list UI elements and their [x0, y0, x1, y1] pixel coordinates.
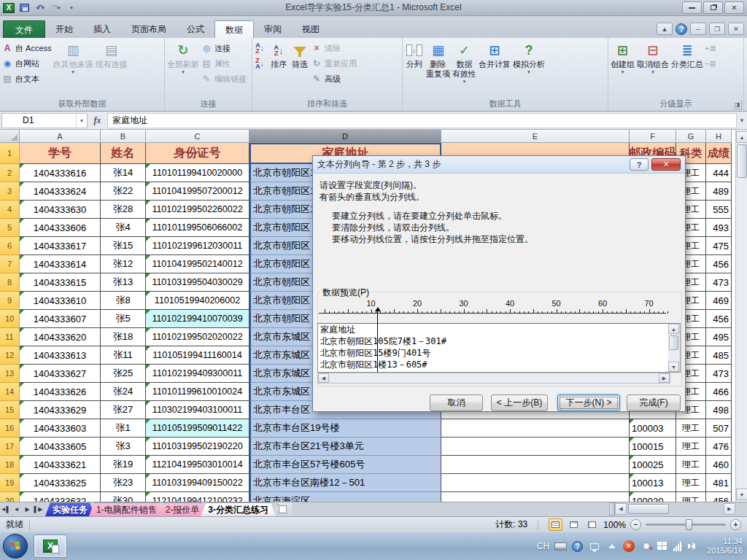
zoom-out-button[interactable]: − — [630, 519, 641, 530]
cell-A18[interactable]: 1404333621 — [20, 456, 101, 474]
ribbon-button-筛选[interactable]: 筛选 — [290, 39, 310, 71]
cell-B10[interactable]: 张5 — [101, 310, 146, 328]
cell-H12[interactable]: 485 — [706, 346, 732, 365]
formula-input[interactable]: 家庭地址 — [108, 113, 737, 128]
restore-button[interactable] — [703, 1, 723, 14]
dialog-help-icon[interactable]: ? — [630, 158, 649, 171]
select-all-corner[interactable] — [0, 130, 20, 143]
cell-A15[interactable]: 1404333629 — [20, 401, 101, 419]
show-detail-icon[interactable]: +≣ — [705, 42, 716, 55]
cell-A12[interactable]: 1404333613 — [20, 346, 101, 365]
preview-vertical-scrollbar[interactable]: ▲ ▼ — [668, 323, 681, 373]
row-header-9[interactable]: 9 — [0, 292, 20, 310]
cell-D18[interactable]: 北京市丰台区57号楼605号 — [249, 456, 441, 474]
dialog-button-取消[interactable]: 取消 — [430, 394, 483, 411]
zoom-in-button[interactable]: + — [730, 519, 741, 530]
cell-C7[interactable]: 110104199502140012 — [146, 255, 249, 273]
security-alert-icon[interactable]: ✕ — [623, 540, 635, 552]
cell-G20[interactable]: 理工 — [676, 492, 706, 502]
horizontal-scrollbar[interactable]: ◀ ▶ — [615, 502, 735, 516]
cell-C19[interactable]: 110103199409150022 — [146, 474, 249, 492]
cell-H19[interactable]: 481 — [706, 474, 732, 492]
cell-B15[interactable]: 张27 — [101, 401, 146, 419]
dialog-button-上一步B[interactable]: < 上一步(B) — [491, 394, 548, 411]
cell-A8[interactable]: 1404333615 — [20, 273, 101, 292]
cell-C20[interactable]: 112104199412100232 — [146, 492, 249, 502]
cell-B12[interactable]: 张11 — [101, 346, 146, 365]
cell-B16[interactable]: 张1 — [101, 419, 146, 438]
hide-detail-icon[interactable]: −≣ — [705, 57, 716, 70]
cell-C6[interactable]: 110102199612030011 — [146, 237, 249, 255]
ribbon-button-排序[interactable]: AZ↓排序 — [268, 39, 289, 71]
ribbon-button-分类汇总[interactable]: ≣分类汇总 — [670, 39, 704, 71]
page-break-view-button[interactable] — [585, 518, 599, 531]
row-header-17[interactable]: 17 — [0, 438, 20, 456]
cell-C18[interactable]: 112104199503010014 — [146, 456, 249, 474]
cell-A9[interactable]: 1404333610 — [20, 292, 101, 310]
cell-A20[interactable]: 1404333632 — [20, 492, 101, 502]
col-header-A[interactable]: A — [20, 130, 101, 143]
zoom-slider[interactable] — [646, 524, 726, 526]
cell-F20[interactable]: 100020 — [630, 492, 676, 502]
row-header-2[interactable]: 2 — [0, 164, 20, 182]
cell-E18[interactable] — [441, 456, 630, 474]
cell-A4[interactable]: 1404333630 — [20, 201, 101, 219]
volume-icon[interactable] — [686, 541, 699, 552]
cell-H14[interactable]: 466 — [706, 383, 732, 401]
cell-H5[interactable]: 493 — [706, 219, 732, 237]
ribbon-tab-公式[interactable]: 公式 — [177, 20, 214, 38]
ribbon-button-自网站[interactable]: ◉自网站 — [1, 57, 52, 70]
ribbon-tab-数据[interactable]: 数据 — [214, 20, 254, 38]
row-header-18[interactable]: 18 — [0, 456, 20, 474]
ribbon-button-自 Access[interactable]: A自 Access — [1, 42, 52, 55]
dialog-launcher-icon[interactable]: ◨ — [733, 101, 742, 109]
ribbon-button-连接[interactable]: ◎连接 — [201, 42, 247, 55]
cell-A16[interactable]: 1404333603 — [20, 419, 101, 438]
ribbon-button-模拟分析[interactable]: ?模拟分析▾ — [512, 39, 546, 77]
cell-C5[interactable]: 110101199506066002 — [146, 219, 249, 237]
zoom-slider-thumb[interactable] — [686, 519, 692, 530]
cell-B17[interactable]: 张3 — [101, 438, 146, 456]
cell-H15[interactable]: 498 — [706, 401, 732, 419]
scroll-down-icon[interactable]: ▼ — [736, 489, 747, 500]
cell-A17[interactable]: 1404333605 — [20, 438, 101, 456]
normal-view-button[interactable] — [549, 518, 562, 531]
ribbon-tab-文件[interactable]: 文件 — [3, 20, 45, 38]
language-indicator[interactable]: CH — [537, 541, 549, 551]
cell-A1[interactable]: 学号 — [20, 143, 101, 164]
row-header-10[interactable]: 10 — [0, 310, 20, 328]
page-layout-view-button[interactable] — [567, 518, 581, 531]
scroll-up-icon[interactable]: ▲ — [736, 131, 747, 143]
cell-H1[interactable]: 成绩 — [706, 143, 732, 164]
cell-E17[interactable] — [441, 438, 630, 456]
excel-taskbar-button[interactable]: X — [34, 534, 67, 558]
preview-scroll-left-icon[interactable]: ◀ — [318, 373, 329, 383]
row-header-14[interactable]: 14 — [0, 383, 20, 401]
tray-help-icon[interactable]: ? — [572, 541, 583, 552]
ribbon-button-自文本[interactable]: ▤自文本 — [1, 72, 52, 85]
cell-C3[interactable]: 110104199507200012 — [146, 182, 249, 201]
cell-G16[interactable]: 理工 — [676, 419, 706, 438]
name-box-dropdown-icon[interactable]: ▼ — [76, 114, 87, 128]
workbook-close-button[interactable]: ✕ — [728, 23, 744, 35]
cell-H16[interactable]: 507 — [706, 419, 732, 438]
scroll-right-icon[interactable]: ▶ — [724, 503, 735, 515]
cell-C2[interactable]: 110101199410020000 — [146, 164, 249, 182]
network-signal-icon[interactable] — [673, 542, 681, 551]
cell-B8[interactable]: 张13 — [101, 273, 146, 292]
tray-window-icon[interactable] — [588, 541, 600, 552]
col-header-E[interactable]: E — [441, 130, 630, 143]
cell-E20[interactable] — [441, 492, 630, 502]
workbook-minimize-button[interactable]: ─ — [690, 23, 706, 35]
cell-H18[interactable]: 460 — [706, 456, 732, 474]
cell-F19[interactable]: 100013 — [630, 474, 676, 492]
cell-C12[interactable]: 110105199411160014 — [146, 346, 249, 365]
sheet-tab-2-报价单[interactable]: 2-报价单 — [158, 502, 207, 516]
zoom-level[interactable]: 100% — [603, 520, 626, 530]
ribbon-button-数据有效性[interactable]: ✓数据 有效性▾ — [452, 39, 477, 86]
cell-H7[interactable]: 456 — [706, 255, 732, 273]
cell-H10[interactable]: 456 — [706, 310, 732, 328]
ribbon-tab-视图[interactable]: 视图 — [292, 20, 330, 38]
sheet-tab-实验任务[interactable]: 实验任务 — [45, 502, 95, 516]
cell-G18[interactable]: 理工 — [676, 456, 706, 474]
